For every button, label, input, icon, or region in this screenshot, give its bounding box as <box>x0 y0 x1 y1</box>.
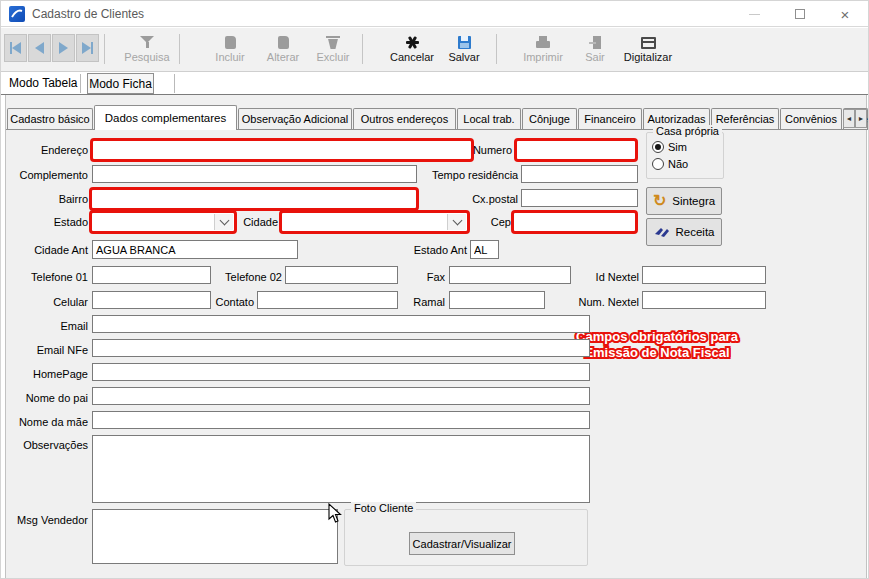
homepage-label: HomePage <box>27 366 88 382</box>
email-field[interactable] <box>92 315 590 333</box>
bairro-field[interactable] <box>89 187 419 211</box>
tab-modo-tabela[interactable]: Modo Tabela <box>9 76 78 90</box>
ramal-label: Ramal <box>402 294 445 310</box>
mouse-cursor <box>328 503 342 528</box>
msg-vendedor-label: Msg Vendedor <box>10 512 88 528</box>
radio-selected-icon <box>652 141 664 153</box>
title-bar: Cadastro de Clientes × <box>1 1 869 27</box>
toolbar-separator <box>362 34 363 64</box>
floppy-icon <box>458 36 471 49</box>
cidade-ant-label: Cidade Ant <box>26 242 88 258</box>
salvar-button[interactable]: Salvar <box>441 32 487 68</box>
next-record-icon <box>59 42 68 54</box>
receita-button[interactable]: Receita <box>646 218 722 246</box>
contato-field[interactable] <box>257 291 398 309</box>
tempo-residencia-field[interactable] <box>521 165 638 183</box>
tab-conjuge[interactable]: Cônjuge <box>522 108 577 129</box>
nome-mae-field[interactable] <box>92 411 590 429</box>
tab-financeiro[interactable]: Financeiro <box>578 108 642 129</box>
tab-observacao-adicional[interactable]: Observação Adicional <box>238 108 352 129</box>
endereco-label: Endereço <box>22 142 88 158</box>
receita-federal-icon <box>654 226 670 238</box>
numero-field[interactable] <box>514 138 638 162</box>
cidade-ant-field[interactable] <box>92 240 298 259</box>
tab-outros-enderecos[interactable]: Outros endereços <box>353 108 456 129</box>
nome-pai-label: Nome do pai <box>20 390 88 406</box>
form-panel: Cadastro básico Dados complementares Obs… <box>5 95 867 579</box>
next-record-button[interactable] <box>52 34 75 62</box>
email-nfe-field[interactable] <box>92 339 590 357</box>
id-nextel-label: Id Nextel <box>587 269 639 285</box>
document-icon <box>225 36 236 49</box>
complemento-label: Complemento <box>12 167 88 183</box>
funnel-icon <box>140 35 154 49</box>
sair-button[interactable]: Sair <box>578 32 612 68</box>
cadastrar-visualizar-button[interactable]: Cadastrar/Visualizar <box>409 532 515 555</box>
window-title: Cadastro de Clientes <box>32 7 144 21</box>
app-window: Cadastro de Clientes × Pesquisa Incluir … <box>0 0 869 579</box>
num-nextel-label: Num. Nextel <box>572 294 639 310</box>
observacoes-field[interactable] <box>92 435 590 503</box>
num-nextel-field[interactable] <box>642 291 766 309</box>
imprimir-button[interactable]: Imprimir <box>516 32 570 68</box>
cidade-combobox[interactable] <box>279 210 470 234</box>
minimize-button[interactable] <box>732 1 777 27</box>
chevron-down-icon <box>452 216 462 226</box>
radio-unselected-icon <box>652 158 664 170</box>
telefone02-label: Telefone 02 <box>214 269 282 285</box>
pesquisa-button[interactable]: Pesquisa <box>116 32 178 68</box>
celular-field[interactable] <box>92 291 211 309</box>
close-button[interactable]: × <box>821 1 869 27</box>
maximize-button[interactable] <box>777 1 822 27</box>
observacoes-label: Observações <box>16 437 88 453</box>
first-record-button[interactable] <box>4 34 27 62</box>
toolbar-separator <box>104 34 105 64</box>
close-icon: × <box>841 7 850 22</box>
estado-ant-field[interactable] <box>470 240 499 259</box>
fax-field[interactable] <box>449 266 571 284</box>
foto-cliente-label: Foto Cliente <box>351 502 416 514</box>
app-icon <box>9 6 25 22</box>
previous-record-icon <box>35 42 44 54</box>
casa-propria-sim-radio[interactable]: Sim <box>652 141 687 153</box>
homepage-field[interactable] <box>92 363 590 381</box>
toolbar: Pesquisa Incluir Alterar Excluir Cancela… <box>1 28 869 72</box>
tab-dados-complementares[interactable]: Dados complementares <box>94 105 237 130</box>
sintegra-button[interactable]: ↻ Sintegra <box>646 187 722 215</box>
scanner-icon <box>641 37 656 49</box>
excluir-button[interactable]: Excluir <box>309 32 357 68</box>
tab-local-trab[interactable]: Local trab. <box>457 108 521 129</box>
msg-vendedor-field[interactable] <box>92 509 338 564</box>
estado-combobox[interactable] <box>89 210 237 234</box>
tab-scroll-right-button[interactable]: ► <box>855 109 867 128</box>
cidade-dropdown-button[interactable] <box>447 214 466 230</box>
email-label: Email <box>42 318 88 334</box>
id-nextel-field[interactable] <box>642 266 766 284</box>
nome-mae-label: Nome da mãe <box>16 414 88 430</box>
minimize-icon <box>749 14 760 15</box>
ramal-field[interactable] <box>449 291 545 309</box>
nome-pai-field[interactable] <box>92 387 590 405</box>
casa-propria-nao-radio[interactable]: Não <box>652 158 688 170</box>
tab-convenios[interactable]: Convênios <box>780 108 842 129</box>
digitalizar-button[interactable]: Digitalizar <box>617 32 679 68</box>
sub-tab-strip: Cadastro básico Dados complementares Obs… <box>6 101 868 124</box>
telefone01-label: Telefone 01 <box>22 269 88 285</box>
incluir-button[interactable]: Incluir <box>205 32 255 68</box>
tab-cadastro-basico[interactable]: Cadastro básico <box>7 108 93 129</box>
casa-propria-group: Casa própria Sim Não <box>646 132 724 179</box>
last-record-button[interactable] <box>76 34 99 62</box>
cep-field[interactable] <box>511 210 638 234</box>
alterar-button[interactable]: Alterar <box>258 32 308 68</box>
cancelar-button[interactable]: Cancelar <box>385 32 439 68</box>
tab-scroll-left-button[interactable]: ◄ <box>843 109 855 128</box>
tab-modo-ficha[interactable]: Modo Ficha <box>87 73 154 94</box>
complemento-field[interactable] <box>92 165 417 183</box>
estado-dropdown-button[interactable] <box>214 214 233 230</box>
bairro-label: Bairro <box>40 191 88 207</box>
cx-postal-field[interactable] <box>521 189 638 207</box>
telefone02-field[interactable] <box>285 266 398 284</box>
endereco-field[interactable] <box>90 138 474 162</box>
previous-record-button[interactable] <box>28 34 51 62</box>
telefone01-field[interactable] <box>92 266 211 284</box>
